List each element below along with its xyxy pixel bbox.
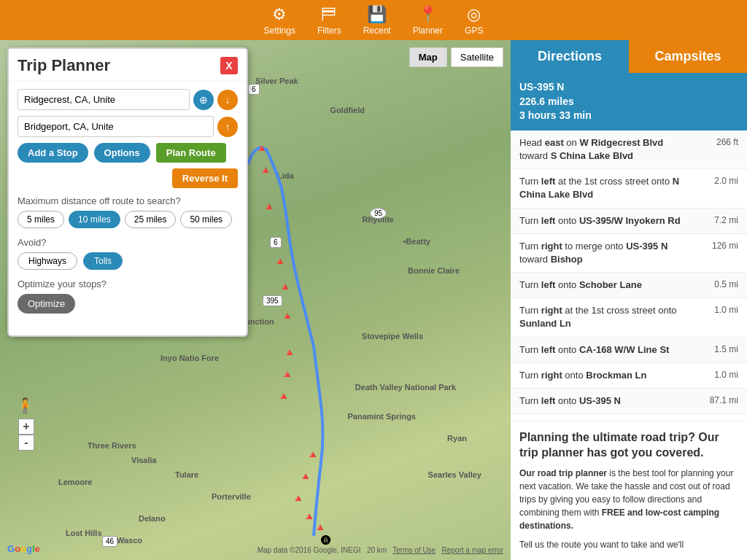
origin-row: ⊕ ↓	[18, 89, 238, 110]
tabs: Directions Campsites	[511, 40, 747, 73]
avoid-highways[interactable]: Highways	[18, 252, 77, 270]
campsite-marker-1: 🔺	[255, 142, 268, 154]
route-duration: 3 hours 33 min	[519, 109, 738, 123]
direction-item: Turn left at the 1st cross street onto N…	[511, 169, 747, 208]
direction-item: Turn right onto Brockman Ln1.0 mi	[511, 363, 747, 389]
planner-close-button[interactable]: X	[220, 57, 238, 74]
planner-label: Planner	[413, 26, 443, 36]
map-label-silver-peak: Silver Peak	[255, 77, 298, 85]
destination-row: ↑	[18, 116, 238, 137]
direction-item: Turn left onto US-395 N87.1 mi	[511, 389, 747, 414]
map-label-lida: Lida	[277, 171, 294, 180]
settings-label: Settings	[264, 26, 295, 36]
campsite-marker-8: 🔺	[283, 346, 295, 358]
campsite-marker-15: 🔺	[314, 521, 326, 533]
dist-25mi[interactable]: 25 miles	[125, 211, 177, 228]
zoom-controls: + -	[18, 419, 34, 451]
direction-item: Turn right at the 1st cross street onto …	[511, 298, 747, 337]
campsite-marker-6: 🔺	[279, 281, 291, 292]
map-attribution: Map data ©2016 Google, INEGI 20 km Terms…	[258, 546, 503, 554]
campsite-marker-14: 🔺	[303, 510, 315, 522]
toolbar-item-recent[interactable]: 💾 Recent	[363, 5, 391, 36]
distance-section: Maximum distance off route to search? 5 …	[18, 195, 238, 228]
map-label-wasco: Wasco	[117, 536, 142, 545]
avoid-options: Highways Tolls	[18, 252, 238, 270]
satellite-view-button[interactable]: Satellite	[451, 47, 503, 67]
dist-10mi[interactable]: 10 miles	[69, 211, 120, 228]
reverse-row: Reverse It	[18, 168, 238, 188]
settings-icon: ⚙	[272, 5, 287, 24]
promo-body: Our road trip planner is the best tool f…	[519, 467, 738, 551]
map-label-porterville: Porterville	[212, 492, 251, 501]
direction-item: Head east on W Ridgecrest Blvd toward S …	[511, 131, 747, 169]
directions-list: Head east on W Ridgecrest Blvd toward S …	[511, 131, 747, 421]
map-label-lost-hills: Lost Hills	[66, 529, 102, 537]
map-label-ryan: Ryan	[447, 434, 467, 443]
campsite-marker-2: 🔺	[259, 164, 271, 176]
distance-options: 5 miles 10 miles 25 miles 50 miles	[18, 211, 238, 228]
plan-route-button[interactable]: Plan Route	[156, 143, 226, 163]
destination-locate-button[interactable]: ↑	[217, 117, 238, 137]
map-label-bonnie-claire: Bonnie Claire	[408, 266, 460, 275]
options-button[interactable]: Options	[94, 143, 150, 163]
destination-input[interactable]	[18, 116, 214, 137]
promo-text-end: Tell us the route you want to take and w…	[519, 538, 738, 551]
map-area[interactable]: Silver Peak Goldfield Lida Rhyolite •Bea…	[0, 40, 511, 560]
avoid-tolls[interactable]: Tolls	[83, 252, 123, 270]
optimize-button[interactable]: Optimize	[18, 294, 75, 314]
route-6b: 6	[270, 237, 282, 248]
map-view-button[interactable]: Map	[409, 47, 447, 67]
actions-row: Add a Stop Options Plan Route	[18, 143, 238, 163]
zoom-in-button[interactable]: +	[18, 419, 34, 435]
direction-item: Turn right to merge onto US-395 N toward…	[511, 234, 747, 273]
map-label-three-rivers: Three Rivers	[88, 441, 136, 450]
toolbar-item-planner[interactable]: 📍 Planner	[413, 5, 443, 36]
origin-locate-button[interactable]: ⊕	[193, 90, 214, 110]
map-label-visalia: Visalia	[131, 456, 157, 464]
route-46: 46	[102, 536, 117, 547]
toolbar-item-filters[interactable]: ⛿ Filters	[317, 5, 341, 36]
map-label-goldfield: Goldfield	[330, 106, 365, 114]
map-label-delano: Delano	[139, 514, 166, 523]
toolbar: ⚙ Settings ⛿ Filters 💾 Recent 📍 Planner …	[0, 0, 747, 40]
route-summary: US-395 N 226.6 miles 3 hours 33 min	[511, 73, 747, 131]
campsite-marker-5: 🔺	[274, 255, 286, 267]
map-label-beatty: •Beatty	[403, 237, 430, 246]
origin-input[interactable]	[18, 89, 190, 110]
campsite-marker-9: 🔺	[281, 368, 293, 380]
dist-50mi[interactable]: 50 miles	[180, 211, 232, 228]
gps-icon: ◎	[467, 5, 481, 24]
recent-label: Recent	[363, 26, 391, 36]
avoid-label: Avoid?	[18, 237, 238, 248]
right-panel: Directions Campsites US-395 N 226.6 mile…	[511, 40, 747, 560]
person-icon: 🧍	[16, 397, 34, 414]
toolbar-item-settings[interactable]: ⚙ Settings	[264, 5, 295, 36]
gps-label: GPS	[465, 26, 483, 36]
map-label-searles: Searles Valley	[428, 470, 481, 479]
zoom-out-button[interactable]: -	[18, 435, 34, 451]
campsite-marker-13: 🔺	[292, 492, 304, 504]
planner-header: Trip Planner X	[9, 49, 247, 82]
campsite-marker-7: 🔺	[281, 310, 293, 322]
toolbar-item-gps[interactable]: ◎ GPS	[465, 5, 483, 36]
origin-swap-button[interactable]: ↓	[217, 90, 238, 110]
campsite-marker-12: 🔺	[299, 470, 311, 482]
filters-label: Filters	[317, 26, 341, 36]
promo-strong: Our road trip planner	[519, 468, 607, 478]
map-label-inyo: Inyo Natio Fore	[160, 354, 219, 362]
tab-campsites[interactable]: Campsites	[629, 40, 747, 73]
dist-5mi[interactable]: 5 miles	[18, 211, 64, 228]
tab-directions[interactable]: Directions	[511, 40, 629, 73]
add-stop-button[interactable]: Add a Stop	[18, 143, 88, 163]
map-label-panamint: Panamint Springs	[347, 412, 416, 421]
planner-body: ⊕ ↓ ↑ Add a Stop Options Plan Route Reve…	[9, 82, 247, 324]
campsite-marker-11: 🔺	[306, 448, 319, 460]
reverse-button[interactable]: Reverse It	[172, 168, 238, 188]
map-label-stovepipe: Stovepipe Wells	[362, 332, 423, 341]
recent-icon: 💾	[367, 5, 387, 24]
distance-label: Maximum distance off route to search?	[18, 195, 238, 206]
optimize-section: Optimize your stops? Optimize	[18, 279, 238, 314]
destination-marker: 🅐	[321, 534, 331, 546]
campsite-marker-3: 🔺	[263, 201, 275, 212]
planner-title: Trip Planner	[18, 56, 110, 75]
